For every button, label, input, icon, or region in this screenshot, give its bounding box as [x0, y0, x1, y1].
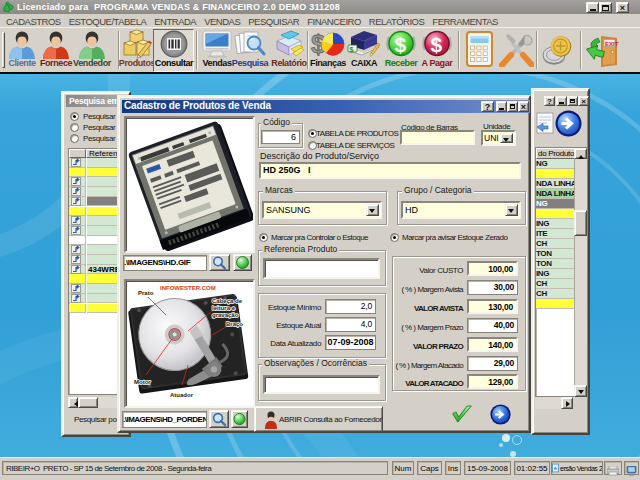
svg-text:Atuador: Atuador — [170, 392, 194, 398]
svg-text:$: $ — [395, 33, 407, 56]
svg-text:$: $ — [431, 33, 443, 56]
svg-text:Prato: Prato — [138, 290, 154, 296]
svg-text:leitura e: leitura e — [212, 305, 236, 311]
svg-text:gravação: gravação — [212, 312, 239, 318]
svg-text:Cabeça de: Cabeça de — [212, 298, 243, 304]
svg-text:Braço: Braço — [226, 321, 243, 327]
svg-text:$: $ — [350, 46, 354, 54]
svg-text:EXIT: EXIT — [605, 41, 619, 47]
svg-text:Motor: Motor — [134, 379, 151, 385]
svg-text:INFOWESTER.COM: INFOWESTER.COM — [160, 285, 216, 291]
